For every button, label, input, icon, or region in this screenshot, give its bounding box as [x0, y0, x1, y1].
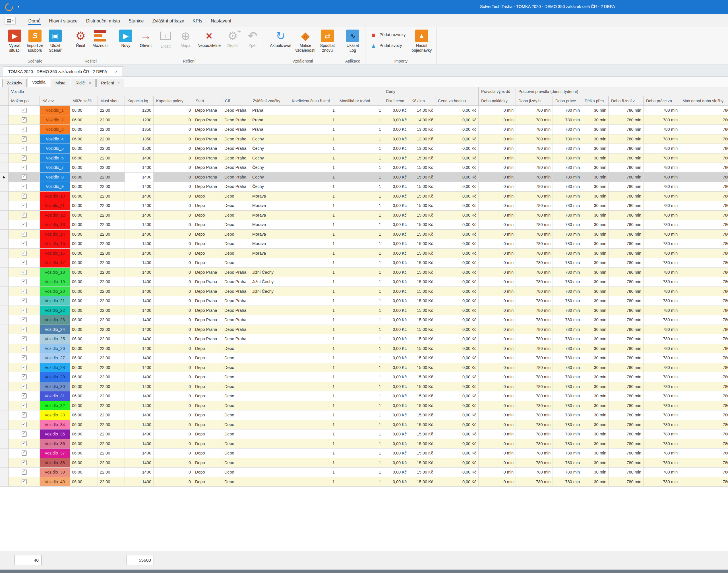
cell-modifikator[interactable]: 1: [337, 325, 383, 334]
ribbon-tab-stanice[interactable]: Stanice: [124, 15, 148, 26]
cell-max_denni_doba[interactable]: 780 min: [680, 382, 728, 392]
cell-delka_prestavky[interactable]: 30 min: [582, 439, 609, 449]
cell-doba_rizeni[interactable]: 780 min: [609, 115, 643, 125]
cell-max_denni_doba[interactable]: 780 min: [680, 125, 728, 135]
cell-mozno[interactable]: [8, 315, 40, 325]
cell-muze_zacit[interactable]: 06:00: [70, 363, 98, 373]
row-selector[interactable]: [0, 325, 8, 334]
cell-cil[interactable]: Depo: [223, 372, 250, 382]
row-checkbox[interactable]: [21, 251, 27, 256]
cell-znacky[interactable]: [250, 477, 289, 487]
cell-kc_km[interactable]: 15,00 Kč: [409, 154, 435, 163]
cell-doba_rizeni[interactable]: 780 min: [609, 458, 643, 468]
row-selector[interactable]: [0, 334, 8, 344]
cell-kapacita_kg[interactable]: 1400: [125, 192, 154, 201]
cell-koeficient[interactable]: 1: [289, 353, 337, 363]
cell-modifikator[interactable]: 1: [337, 382, 383, 392]
row-selector[interactable]: ▶: [0, 172, 8, 182]
cell-fixni_cena[interactable]: 0,00 Kč: [383, 420, 409, 430]
cell-doba_prace[interactable]: 780 min: [553, 439, 582, 449]
cell-doba_prace_za[interactable]: 780 min: [643, 382, 680, 392]
cell-cena_za_hodinu[interactable]: 0,00 Kč: [435, 144, 479, 154]
cell-doba_prace_za[interactable]: 780 min: [643, 192, 680, 201]
cell-delka_prestavky[interactable]: 30 min: [582, 230, 609, 239]
cell-koeficient[interactable]: 1: [289, 372, 337, 382]
cell-cil[interactable]: Depo: [223, 420, 250, 430]
cell-znacky[interactable]: [250, 420, 289, 430]
cell-koeficient[interactable]: 1: [289, 249, 337, 258]
cell-doba_jizdy[interactable]: 780 min: [516, 115, 553, 125]
cell-start[interactable]: Depo Praha: [193, 306, 223, 315]
row-checkbox[interactable]: [21, 289, 27, 294]
cell-doba_prace[interactable]: 780 min: [553, 277, 582, 287]
cell-znacky[interactable]: Jižní Čechy: [250, 287, 289, 297]
cell-delka_prestavky[interactable]: 30 min: [582, 268, 609, 277]
cell-modifikator[interactable]: 1: [337, 239, 383, 249]
cell-cil[interactable]: Depo Praha: [223, 306, 250, 315]
cell-cena_za_hodinu[interactable]: 0,00 Kč: [435, 439, 479, 449]
cell-znacky[interactable]: Jižní Čechy: [250, 277, 289, 287]
cell-kapacita_kg[interactable]: 1400: [125, 277, 154, 287]
cell-mozno[interactable]: [8, 372, 40, 382]
cell-max_denni_doba[interactable]: 780 min: [680, 287, 728, 297]
cell-kc_km[interactable]: 15,00 Kč: [409, 439, 435, 449]
cell-muze_zacit[interactable]: 06:00: [70, 439, 98, 449]
cell-kapacita_kg[interactable]: 1400: [125, 220, 154, 230]
app-logo-icon[interactable]: [4, 2, 15, 13]
cell-kapacita_palety[interactable]: 0: [154, 392, 193, 401]
cell-delka_prestavky[interactable]: 30 min: [582, 344, 609, 354]
row-selector[interactable]: [0, 154, 8, 163]
cell-nazev[interactable]: Vozidlo_39: [40, 468, 70, 477]
ribbon-button-moznosti[interactable]: Možnosti: [90, 29, 110, 49]
cell-delka_prestavky[interactable]: 30 min: [582, 296, 609, 306]
cell-fixni_cena[interactable]: 0,00 Kč: [383, 287, 409, 297]
cell-kc_km[interactable]: 15,00 Kč: [409, 239, 435, 249]
cell-nazev[interactable]: Vozidlo_35: [40, 429, 70, 439]
cell-kapacita_palety[interactable]: 0: [154, 135, 193, 144]
cell-start[interactable]: Depo: [193, 344, 223, 354]
cell-max_denni_doba[interactable]: 780 min: [680, 239, 728, 249]
cell-muze_zacit[interactable]: 06:00: [70, 115, 98, 125]
cell-nazev[interactable]: Vozidlo_8: [40, 172, 70, 182]
cell-fixni_cena[interactable]: 0,00 Kč: [383, 382, 409, 392]
cell-znacky[interactable]: Praha: [250, 125, 289, 135]
column-header-cena_za_hodinu[interactable]: Cena za hodinu: [435, 96, 479, 106]
cell-kapacita_palety[interactable]: 0: [154, 201, 193, 211]
cell-muze_zacit[interactable]: 06:00: [70, 477, 98, 487]
cell-kapacita_palety[interactable]: 0: [154, 144, 193, 154]
cell-doba_jizdy[interactable]: 780 min: [516, 392, 553, 401]
cell-koeficient[interactable]: 1: [289, 363, 337, 373]
cell-znacky[interactable]: Čechy: [250, 182, 289, 192]
cell-kc_km[interactable]: 13,00 Kč: [409, 144, 435, 154]
cell-start[interactable]: Depo Praha: [193, 172, 223, 182]
row-selector[interactable]: [0, 258, 8, 268]
cell-cil[interactable]: Depo Praha: [223, 144, 250, 154]
cell-doba_prace[interactable]: 780 min: [553, 382, 582, 392]
cell-koeficient[interactable]: 1: [289, 201, 337, 211]
cell-doba_nakladky[interactable]: 0 min: [479, 410, 516, 420]
cell-max_denni_doba[interactable]: 780 min: [680, 192, 728, 201]
row-selector[interactable]: [0, 306, 8, 315]
cell-mozno[interactable]: [8, 392, 40, 401]
cell-cena_za_hodinu[interactable]: 0,00 Kč: [435, 306, 479, 315]
cell-doba_jizdy[interactable]: 780 min: [516, 439, 553, 449]
cell-fixni_cena[interactable]: 0,00 Kč: [383, 372, 409, 382]
cell-doba_nakladky[interactable]: 0 min: [479, 249, 516, 258]
cell-max_denni_doba[interactable]: 780 min: [680, 420, 728, 430]
row-selector[interactable]: [0, 449, 8, 458]
cell-kapacita_kg[interactable]: 1400: [125, 401, 154, 411]
cell-mozno[interactable]: [8, 135, 40, 144]
cell-doba_nakladky[interactable]: 0 min: [479, 211, 516, 220]
cell-doba_nakladky[interactable]: 0 min: [479, 125, 516, 135]
cell-max_denni_doba[interactable]: 780 min: [680, 353, 728, 363]
cell-znacky[interactable]: Čechy: [250, 154, 289, 163]
cell-muze_zacit[interactable]: 06:00: [70, 353, 98, 363]
row-selector[interactable]: [0, 277, 8, 287]
cell-mozno[interactable]: [8, 382, 40, 392]
cell-max_denni_doba[interactable]: 780 min: [680, 477, 728, 487]
cell-nazev[interactable]: Vozidlo_14: [40, 230, 70, 239]
column-header-koeficient[interactable]: Koeficient času řízení: [289, 96, 337, 106]
cell-fixni_cena[interactable]: 0,00 Kč: [383, 325, 409, 334]
cell-fixni_cena[interactable]: 0,00 Kč: [383, 401, 409, 411]
cell-doba_jizdy[interactable]: 780 min: [516, 420, 553, 430]
